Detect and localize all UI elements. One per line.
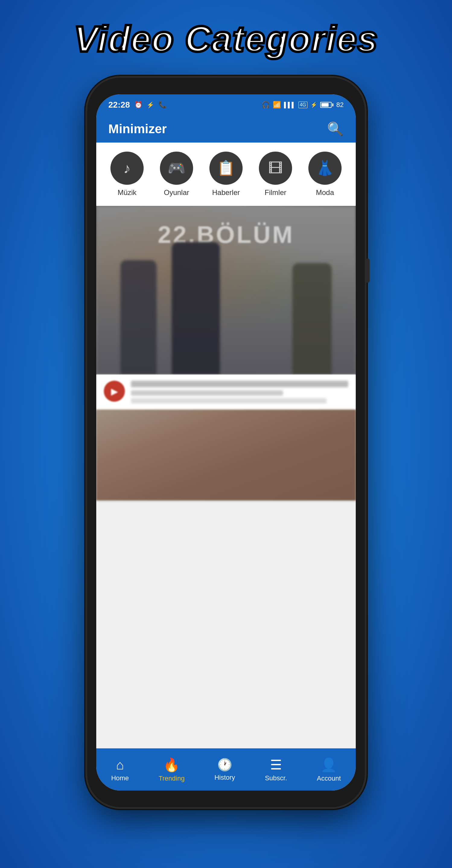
fashion-icon: 👗 [316, 160, 334, 177]
history-icon: 🕐 [217, 758, 232, 772]
games-icon: 🎮 [167, 160, 186, 177]
account-label: Account [317, 775, 341, 782]
second-video-thumbnail[interactable] [96, 410, 356, 500]
usb-icon: ⚡ [147, 101, 154, 108]
video-meta-blur2 [131, 398, 327, 404]
moda-label: Moda [316, 188, 334, 197]
account-icon: 👤 [320, 757, 337, 773]
phone-icon: 📞 [159, 101, 167, 109]
trending-icon: 🔥 [163, 757, 180, 773]
video-info-text [131, 381, 348, 404]
nav-subscriptions[interactable]: ☰ Subscr. [259, 754, 293, 785]
oyunlar-label: Oyunlar [164, 188, 189, 197]
phone-frame: 22:28 ⏰ ⚡ 📞 🎧 📶 ▌▌▌ 4G ⚡ [87, 78, 365, 807]
phone-screen: 22:28 ⏰ ⚡ 📞 🎧 📶 ▌▌▌ 4G ⚡ [96, 94, 356, 790]
history-label: History [215, 774, 235, 781]
haberler-label: Haberler [212, 188, 240, 197]
wifi-icon: 📶 [273, 101, 281, 109]
channel-avatar: ▶ [104, 381, 125, 402]
signal-icon: ▌▌▌ [284, 102, 295, 108]
home-label: Home [111, 774, 129, 782]
status-bar: 22:28 ⏰ ⚡ 📞 🎧 📶 ▌▌▌ 4G ⚡ [96, 94, 356, 116]
status-left: 22:28 ⏰ ⚡ 📞 [108, 100, 167, 110]
status-time: 22:28 [108, 100, 130, 110]
subscriptions-label: Subscr. [265, 774, 287, 782]
music-icon: ♪ [123, 160, 131, 177]
home-icon: ⌂ [116, 757, 124, 772]
category-muzik[interactable]: ♪ Müzik [110, 152, 144, 197]
phone-mockup: 22:28 ⏰ ⚡ 📞 🎧 📶 ▌▌▌ 4G ⚡ [87, 78, 365, 807]
video-meta-blur [131, 390, 283, 396]
categories-row: ♪ Müzik 🎮 Oyunlar 📋 Hab [102, 152, 350, 197]
news-icon: 📋 [217, 160, 235, 177]
category-haberler[interactable]: 📋 Haberler [209, 152, 243, 197]
category-oyunlar[interactable]: 🎮 Oyunlar [160, 152, 193, 197]
clock-icon: ⏰ [134, 101, 142, 109]
search-button[interactable]: 🔍 [327, 121, 344, 137]
video-title-blur [131, 381, 348, 387]
app-header: Minimizer 🔍 [96, 116, 356, 143]
trending-label: Trending [159, 775, 185, 782]
main-video-thumbnail[interactable]: 22.BÖLÜM [96, 206, 356, 375]
nav-history[interactable]: 🕐 History [208, 755, 241, 784]
battery-indicator [320, 102, 333, 108]
categories-section: ♪ Müzik 🎮 Oyunlar 📋 Hab [96, 143, 356, 206]
muzik-label: Müzik [118, 188, 137, 197]
bolt-icon: ⚡ [310, 101, 317, 108]
nav-trending[interactable]: 🔥 Trending [153, 754, 191, 785]
category-moda[interactable]: 👗 Moda [308, 152, 342, 197]
bottom-navigation: ⌂ Home 🔥 Trending 🕐 History ☰ Subscr. 👤 [96, 748, 356, 790]
filmler-icon-circle: 🎞 [259, 152, 292, 185]
subscriptions-icon: ☰ [270, 757, 282, 772]
moda-icon-circle: 👗 [308, 152, 342, 185]
status-right: 🎧 📶 ▌▌▌ 4G ⚡ 82 [262, 101, 344, 109]
nav-home[interactable]: ⌂ Home [105, 754, 135, 785]
page-title: Video Categories [74, 18, 378, 60]
films-icon: 🎞 [268, 160, 283, 177]
oyunlar-icon-circle: 🎮 [160, 152, 193, 185]
category-filmler[interactable]: 🎞 Filmler [259, 152, 292, 197]
haberler-icon-circle: 📋 [209, 152, 243, 185]
video-content-area: 22.BÖLÜM ▶ [96, 206, 356, 748]
nav-account[interactable]: 👤 Account [311, 754, 347, 785]
muzik-icon-circle: ♪ [110, 152, 144, 185]
video-info-card[interactable]: ▶ [96, 375, 356, 410]
phone-notch [196, 78, 256, 90]
headphone-icon: 🎧 [262, 101, 270, 109]
channel-avatar-icon: ▶ [111, 386, 118, 397]
lte-badge: 4G [299, 101, 307, 108]
phone-side-button [365, 258, 370, 283]
filmler-label: Filmler [264, 188, 286, 197]
battery-percentage: 82 [336, 101, 344, 109]
app-title: Minimizer [108, 122, 167, 136]
